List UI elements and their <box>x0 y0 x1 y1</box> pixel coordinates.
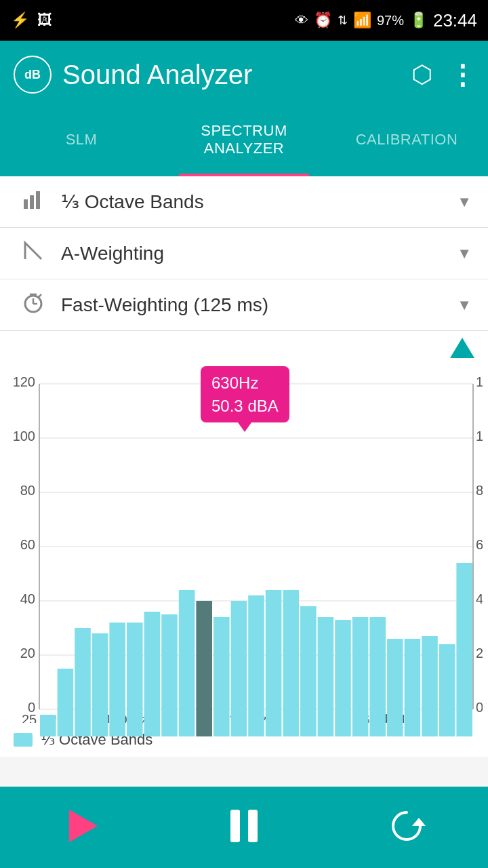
svg-text:100: 100 <box>476 429 483 443</box>
svg-rect-37 <box>248 810 258 842</box>
svg-text:80: 80 <box>20 483 35 498</box>
svg-text:60: 60 <box>20 537 35 552</box>
fast-weighting-arrow: ▼ <box>457 296 472 314</box>
svg-text:120: 120 <box>476 374 483 389</box>
svg-text:25 Hz: 25 Hz <box>22 712 57 723</box>
svg-rect-1 <box>30 195 34 209</box>
svg-rect-36 <box>230 810 240 842</box>
weighting-icon <box>16 240 50 267</box>
octave-bands-arrow: ▼ <box>457 193 472 211</box>
chart-container: 630Hz 50.3 dBA 120 120 100 100 80 80 60 … <box>0 331 488 723</box>
svg-text:60: 60 <box>476 537 483 552</box>
svg-text:160 Hz: 160 Hz <box>104 712 147 723</box>
svg-text:100: 100 <box>13 429 35 443</box>
status-time: 23:44 <box>433 10 477 31</box>
transfer-icon: ⇅ <box>338 13 348 28</box>
bar-chart-icon <box>16 189 50 215</box>
settings-area: ⅓ Octave Bands ▼ A-Weighting ▼ Fast-Weig… <box>0 176 488 331</box>
octave-bands-label: ⅓ Octave Bands <box>50 191 457 213</box>
tab-calibration[interactable]: CALIBRATION <box>325 108 488 176</box>
spectrum-chart[interactable]: 120 120 100 100 80 80 60 60 40 40 20 20 … <box>5 370 483 723</box>
weighting-arrow: ▼ <box>457 245 472 262</box>
app-title: Sound Analyzer <box>62 60 252 90</box>
alarm-icon: ⏰ <box>314 12 332 29</box>
chart-up-button[interactable] <box>450 338 474 358</box>
battery-icon: 🔋 <box>409 12 428 29</box>
svg-rect-2 <box>36 191 40 209</box>
fast-weighting-label: Fast-Weighting (125 ms) <box>50 294 457 316</box>
weighting-label: A-Weighting <box>50 243 457 264</box>
svg-marker-35 <box>69 810 98 842</box>
tab-bar: SLM SPECTRUM ANALYZER CALIBRATION <box>0 108 488 176</box>
weighting-setting[interactable]: A-Weighting ▼ <box>0 228 488 279</box>
octave-bands-setting[interactable]: ⅓ Octave Bands ▼ <box>0 176 488 228</box>
signal-icon: 📶 <box>353 12 371 29</box>
eye-icon: 👁 <box>295 13 308 28</box>
timer-icon <box>16 292 50 318</box>
chart-legend: ⅓ Octave Bands <box>0 723 488 757</box>
legend-label: ⅓ Octave Bands <box>41 731 152 749</box>
status-bar: ⚡ 🖼 👁 ⏰ ⇅ 📶 97% 🔋 23:44 <box>0 0 488 41</box>
usb-icon: ⚡ <box>11 12 29 29</box>
reset-button[interactable] <box>388 807 426 848</box>
tab-spectrum-analyzer[interactable]: SPECTRUM ANALYZER <box>163 108 325 176</box>
play-button[interactable] <box>62 807 100 848</box>
svg-text:120: 120 <box>13 374 35 389</box>
pause-button[interactable] <box>225 807 263 848</box>
svg-text:40: 40 <box>476 591 483 606</box>
legend-color-box <box>14 733 33 747</box>
svg-text:20: 20 <box>476 646 483 660</box>
app-logo: dB <box>14 56 52 94</box>
svg-text:1 k Hz: 1 k Hz <box>229 712 268 723</box>
app-bar: dB Sound Analyzer ⬡ ⋮ <box>0 41 488 108</box>
more-icon[interactable]: ⋮ <box>449 59 474 90</box>
svg-text:40: 40 <box>20 591 35 606</box>
svg-text:20: 20 <box>20 646 35 660</box>
svg-rect-0 <box>24 199 28 209</box>
svg-marker-38 <box>412 818 426 826</box>
tab-slm[interactable]: SLM <box>0 108 163 176</box>
svg-text:6.3 k Hz: 6.3 k Hz <box>362 712 411 723</box>
svg-text:80: 80 <box>476 483 483 498</box>
svg-text:0: 0 <box>476 700 483 715</box>
bottom-bar <box>0 787 488 868</box>
battery-text: 97% <box>377 13 404 28</box>
rotate-icon[interactable]: ⬡ <box>411 60 432 89</box>
fast-weighting-setting[interactable]: Fast-Weighting (125 ms) ▼ <box>0 279 488 331</box>
image-icon: 🖼 <box>37 12 52 29</box>
